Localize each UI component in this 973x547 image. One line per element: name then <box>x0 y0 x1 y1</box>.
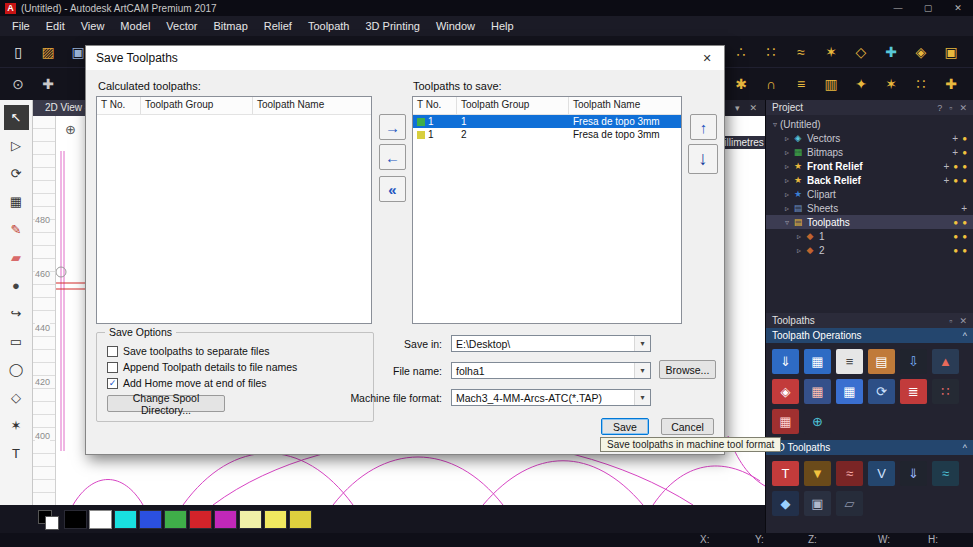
feeds-speeds-icon[interactable]: ⇩ <box>900 349 927 374</box>
close-button[interactable]: ✕ <box>943 0 973 16</box>
nesting-icon[interactable]: ✶ <box>879 72 903 96</box>
menu-vector[interactable]: Vector <box>158 16 205 36</box>
smudge-tool[interactable]: ● <box>4 273 29 298</box>
dialog-close-icon[interactable]: ✕ <box>690 46 724 70</box>
drill-bank-icon[interactable]: ⇓ <box>900 461 927 486</box>
pin-icon[interactable]: ▫ <box>949 103 952 113</box>
trim-vectors-icon[interactable]: ✱ <box>729 72 753 96</box>
join-vectors-icon[interactable]: ✚ <box>939 72 963 96</box>
menu-bitmap[interactable]: Bitmap <box>206 16 256 36</box>
column-header-toolpath-name[interactable]: Toolpath Name <box>569 97 681 114</box>
tree-item-front-relief[interactable]: ▹★Front Relief+●● <box>766 159 973 173</box>
lightbulb-icon[interactable]: ● <box>953 176 958 185</box>
column-header-toolpath-group[interactable]: Toolpath Group <box>141 97 253 114</box>
text-tool[interactable]: T <box>4 441 29 466</box>
checkbox-box[interactable]: ✓ <box>107 378 118 389</box>
lightbulb-icon[interactable]: ● <box>962 162 967 171</box>
lightbulb-icon[interactable]: ● <box>953 218 958 227</box>
move-down-button[interactable]: ↓ <box>688 144 718 174</box>
collapse-icon[interactable]: ^ <box>963 331 967 341</box>
open-model-icon[interactable]: ▨ <box>36 40 60 64</box>
tree-expand-icon[interactable]: ▹ <box>782 148 792 157</box>
rectangle-tool[interactable]: ▭ <box>4 329 29 354</box>
add-icon[interactable]: + <box>943 161 949 172</box>
mirror-vectors-icon[interactable]: ▥ <box>819 72 843 96</box>
combo-dropdown-icon[interactable]: ▾ <box>634 363 650 378</box>
column-header-t-no[interactable]: T No. <box>413 97 457 114</box>
menu-toolpath[interactable]: Toolpath <box>300 16 358 36</box>
dialog-titlebar[interactable]: Save Toolpaths ✕ <box>86 46 724 70</box>
menu-window[interactable]: Window <box>428 16 483 36</box>
tree-item-back-relief[interactable]: ▹★Back Relief+●● <box>766 173 973 187</box>
combo-dropdown-icon[interactable]: ▾ <box>634 390 650 405</box>
tree-item-vectors[interactable]: ▹◈Vectors+● <box>766 131 973 145</box>
lightbulb-icon[interactable]: ● <box>953 162 958 171</box>
secondary-color-swatch[interactable] <box>45 516 59 530</box>
add-icon[interactable]: + <box>943 175 949 186</box>
maximize-button[interactable]: ▢ <box>913 0 943 16</box>
tree-item-sheets[interactable]: ▹▤Sheets+ <box>766 201 973 215</box>
drill-toolpath-icon[interactable]: ▼ <box>804 461 831 486</box>
tree-item-toolpaths[interactable]: ▿▤Toolpaths●● <box>766 215 973 229</box>
menu-file[interactable]: File <box>4 16 38 36</box>
toolpath-summary-icon[interactable]: ▦ <box>804 349 831 374</box>
add-icon[interactable]: + <box>961 203 967 214</box>
delete-simulation-icon[interactable]: ◈ <box>772 379 799 404</box>
tree-expand-icon[interactable]: ▹ <box>782 162 792 171</box>
toolpath-row-2[interactable]: 12Fresa de topo 3mm <box>413 128 681 141</box>
column-header-toolpath-group[interactable]: Toolpath Group <box>457 97 569 114</box>
palette-swatch-0[interactable] <box>64 510 87 529</box>
zoom-in-icon[interactable]: ⊕ <box>65 122 76 137</box>
fluting-toolpath-icon[interactable]: ▱ <box>836 491 863 516</box>
profile-3d-icon[interactable]: ◆ <box>772 491 799 516</box>
move-to-save-button[interactable]: → <box>379 114 406 140</box>
toolpath-operations-header[interactable]: Toolpath Operations ^ <box>766 328 973 343</box>
save-button[interactable]: Save <box>601 418 649 435</box>
rotate-block-icon[interactable]: ⟳ <box>868 379 895 404</box>
minimize-button[interactable]: — <box>883 0 913 16</box>
toolpaths-to-save-list[interactable]: T No.Toolpath GroupToolpath Name 11Fresa… <box>412 96 682 324</box>
tree-expand-icon[interactable]: ▹ <box>782 190 792 199</box>
toolpath-list-icon[interactable]: ≣ <box>900 379 927 404</box>
combo-dropdown-icon[interactable]: ▾ <box>634 336 650 351</box>
material-setup-icon[interactable]: ▦ <box>804 379 831 404</box>
star-tool[interactable]: ✶ <box>4 413 29 438</box>
checkbox-box[interactable] <box>107 362 118 373</box>
lightbulb-icon[interactable]: ● <box>962 246 967 255</box>
menu-view[interactable]: View <box>73 16 113 36</box>
texture-toolpath-icon[interactable]: ≈ <box>932 461 959 486</box>
wrap-vectors-icon[interactable]: ✦ <box>849 72 873 96</box>
toolpath-notes-icon[interactable]: ≡ <box>836 349 863 374</box>
lightbulb-icon[interactable]: ● <box>962 134 967 143</box>
checkbox-save-toolpaths-to-separate-files[interactable]: Save toolpaths to separate files <box>107 345 270 357</box>
zoom-tool-icon[interactable]: ⊙ <box>6 72 30 96</box>
vcarve-toolpath-icon[interactable]: V <box>868 461 895 486</box>
fillet-icon[interactable]: ∩ <box>759 72 783 96</box>
checkbox-append-toolpath-details-to-file-names[interactable]: Append Toolpath details to file names <box>107 361 297 373</box>
tree-expand-icon[interactable]: ▿ <box>770 120 780 129</box>
file-name-combo[interactable]: folha1 ▾ <box>451 362 651 379</box>
save-in-combo[interactable]: E:\Desktop\ ▾ <box>451 335 651 352</box>
profile-toolpath-icon[interactable]: T <box>772 461 799 486</box>
menu-help[interactable]: Help <box>483 16 522 36</box>
tree-item-clipart[interactable]: ▹★Clipart <box>766 187 973 201</box>
help-icon[interactable]: ? <box>937 103 942 113</box>
panel-close-icon[interactable]: ✕ <box>959 103 967 113</box>
tab-close-icon[interactable]: ✕ <box>749 103 757 113</box>
block-copy-tool[interactable]: ▦ <box>4 189 29 214</box>
tree-expand-icon[interactable]: ▹ <box>782 134 792 143</box>
add-icon[interactable]: + <box>952 147 958 158</box>
pin-icon[interactable]: ▫ <box>949 316 952 326</box>
array-copy-icon[interactable]: ∷ <box>909 72 933 96</box>
measure-icon[interactable]: ✚ <box>879 40 903 64</box>
smooth-curve-icon[interactable]: ≈ <box>789 40 813 64</box>
toolpaths-2d-header[interactable]: 2D Toolpaths ^ <box>766 440 973 455</box>
toolpath-row-1[interactable]: 11Fresa de topo 3mm <box>413 115 681 128</box>
new-model-icon[interactable]: ▯ <box>6 40 30 64</box>
select-tool[interactable]: ↖ <box>4 105 29 130</box>
checkbox-box[interactable] <box>107 346 118 357</box>
pan-tool-icon[interactable]: ✚ <box>36 72 60 96</box>
palette-swatch-9[interactable] <box>289 510 312 529</box>
snap-icon[interactable]: ◈ <box>909 40 933 64</box>
simulation-block-icon[interactable]: ▦ <box>836 379 863 404</box>
